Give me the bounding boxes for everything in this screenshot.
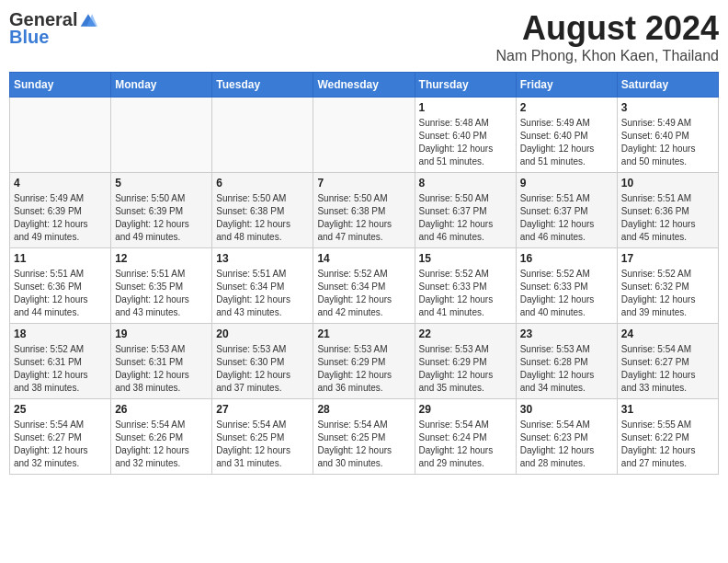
day-number: 19 [115, 327, 208, 340]
day-header-friday: Friday [516, 73, 617, 98]
day-info: Sunrise: 5:53 AM Sunset: 6:31 PM Dayligh… [115, 343, 208, 395]
day-info: Sunrise: 5:51 AM Sunset: 6:37 PM Dayligh… [520, 192, 613, 244]
calendar-cell: 10Sunrise: 5:51 AM Sunset: 6:36 PM Dayli… [617, 173, 718, 248]
calendar-cell: 9Sunrise: 5:51 AM Sunset: 6:37 PM Daylig… [516, 173, 617, 248]
day-info: Sunrise: 5:53 AM Sunset: 6:28 PM Dayligh… [520, 343, 613, 395]
calendar-week-row: 1Sunrise: 5:48 AM Sunset: 6:40 PM Daylig… [10, 98, 719, 173]
logo-blue: Blue [9, 27, 49, 48]
day-number: 30 [520, 403, 613, 416]
day-header-thursday: Thursday [415, 73, 516, 98]
calendar-week-row: 4Sunrise: 5:49 AM Sunset: 6:39 PM Daylig… [10, 173, 719, 248]
calendar-cell: 7Sunrise: 5:50 AM Sunset: 6:38 PM Daylig… [313, 173, 415, 248]
month-year: August 2024 [495, 9, 719, 48]
title-section: August 2024 Nam Phong, Khon Kaen, Thaila… [495, 9, 719, 64]
calendar-cell [313, 98, 415, 173]
calendar-cell: 21Sunrise: 5:53 AM Sunset: 6:29 PM Dayli… [313, 324, 415, 399]
calendar-cell: 5Sunrise: 5:50 AM Sunset: 6:39 PM Daylig… [111, 173, 212, 248]
day-number: 1 [419, 101, 512, 114]
calendar-cell: 29Sunrise: 5:54 AM Sunset: 6:24 PM Dayli… [415, 399, 516, 475]
day-info: Sunrise: 5:50 AM Sunset: 6:39 PM Dayligh… [115, 192, 208, 244]
day-info: Sunrise: 5:49 AM Sunset: 6:40 PM Dayligh… [621, 117, 714, 168]
day-info: Sunrise: 5:52 AM Sunset: 6:31 PM Dayligh… [14, 343, 107, 395]
day-info: Sunrise: 5:54 AM Sunset: 6:25 PM Dayligh… [216, 419, 309, 470]
day-header-wednesday: Wednesday [313, 73, 415, 98]
day-number: 2 [520, 101, 613, 114]
day-info: Sunrise: 5:52 AM Sunset: 6:33 PM Dayligh… [419, 268, 512, 319]
calendar-cell: 23Sunrise: 5:53 AM Sunset: 6:28 PM Dayli… [516, 324, 617, 399]
day-number: 7 [317, 177, 410, 190]
day-number: 21 [317, 327, 410, 340]
day-info: Sunrise: 5:51 AM Sunset: 6:36 PM Dayligh… [14, 268, 107, 319]
day-info: Sunrise: 5:54 AM Sunset: 6:24 PM Dayligh… [419, 419, 512, 470]
day-info: Sunrise: 5:55 AM Sunset: 6:22 PM Dayligh… [621, 419, 714, 470]
day-number: 8 [419, 177, 512, 190]
day-info: Sunrise: 5:52 AM Sunset: 6:33 PM Dayligh… [520, 268, 613, 319]
calendar-cell: 22Sunrise: 5:53 AM Sunset: 6:29 PM Dayli… [415, 324, 516, 399]
calendar-cell: 4Sunrise: 5:49 AM Sunset: 6:39 PM Daylig… [10, 173, 111, 248]
header: General Blue August 2024 Nam Phong, Khon… [9, 9, 719, 64]
day-number: 5 [115, 177, 208, 190]
calendar-cell: 6Sunrise: 5:50 AM Sunset: 6:38 PM Daylig… [212, 173, 313, 248]
day-info: Sunrise: 5:54 AM Sunset: 6:27 PM Dayligh… [14, 419, 107, 470]
day-info: Sunrise: 5:49 AM Sunset: 6:39 PM Dayligh… [14, 192, 107, 244]
calendar-week-row: 11Sunrise: 5:51 AM Sunset: 6:36 PM Dayli… [10, 248, 719, 324]
day-info: Sunrise: 5:50 AM Sunset: 6:37 PM Dayligh… [419, 192, 512, 244]
calendar-cell: 30Sunrise: 5:54 AM Sunset: 6:23 PM Dayli… [516, 399, 617, 475]
logo: General Blue [9, 9, 97, 48]
day-number: 24 [621, 327, 714, 340]
calendar-cell: 18Sunrise: 5:52 AM Sunset: 6:31 PM Dayli… [10, 324, 111, 399]
calendar-cell [111, 98, 212, 173]
calendar-cell [212, 98, 313, 173]
day-header-saturday: Saturday [617, 73, 718, 98]
calendar-cell: 19Sunrise: 5:53 AM Sunset: 6:31 PM Dayli… [111, 324, 212, 399]
day-info: Sunrise: 5:54 AM Sunset: 6:25 PM Dayligh… [317, 419, 410, 470]
logo-icon [79, 11, 97, 29]
calendar-cell: 25Sunrise: 5:54 AM Sunset: 6:27 PM Dayli… [10, 399, 111, 475]
day-info: Sunrise: 5:48 AM Sunset: 6:40 PM Dayligh… [419, 117, 512, 168]
day-header-sunday: Sunday [10, 73, 111, 98]
calendar-cell: 8Sunrise: 5:50 AM Sunset: 6:37 PM Daylig… [415, 173, 516, 248]
day-number: 15 [419, 252, 512, 265]
day-number: 29 [419, 403, 512, 416]
day-info: Sunrise: 5:54 AM Sunset: 6:26 PM Dayligh… [115, 419, 208, 470]
calendar-cell: 13Sunrise: 5:51 AM Sunset: 6:34 PM Dayli… [212, 248, 313, 324]
day-info: Sunrise: 5:52 AM Sunset: 6:34 PM Dayligh… [317, 268, 410, 319]
calendar-week-row: 18Sunrise: 5:52 AM Sunset: 6:31 PM Dayli… [10, 324, 719, 399]
calendar-week-row: 25Sunrise: 5:54 AM Sunset: 6:27 PM Dayli… [10, 399, 719, 475]
calendar-cell: 27Sunrise: 5:54 AM Sunset: 6:25 PM Dayli… [212, 399, 313, 475]
day-number: 3 [621, 101, 714, 114]
calendar-cell: 17Sunrise: 5:52 AM Sunset: 6:32 PM Dayli… [617, 248, 718, 324]
calendar-cell: 1Sunrise: 5:48 AM Sunset: 6:40 PM Daylig… [415, 98, 516, 173]
calendar-cell: 26Sunrise: 5:54 AM Sunset: 6:26 PM Dayli… [111, 399, 212, 475]
day-number: 9 [520, 177, 613, 190]
calendar-cell [10, 98, 111, 173]
day-number: 23 [520, 327, 613, 340]
calendar-cell: 12Sunrise: 5:51 AM Sunset: 6:35 PM Dayli… [111, 248, 212, 324]
day-number: 27 [216, 403, 309, 416]
day-number: 11 [14, 252, 107, 265]
calendar-cell: 14Sunrise: 5:52 AM Sunset: 6:34 PM Dayli… [313, 248, 415, 324]
calendar-cell: 16Sunrise: 5:52 AM Sunset: 6:33 PM Dayli… [516, 248, 617, 324]
calendar-cell: 15Sunrise: 5:52 AM Sunset: 6:33 PM Dayli… [415, 248, 516, 324]
day-number: 31 [621, 403, 714, 416]
calendar-cell: 3Sunrise: 5:49 AM Sunset: 6:40 PM Daylig… [617, 98, 718, 173]
day-info: Sunrise: 5:52 AM Sunset: 6:32 PM Dayligh… [621, 268, 714, 319]
day-header-monday: Monday [111, 73, 212, 98]
day-info: Sunrise: 5:53 AM Sunset: 6:29 PM Dayligh… [419, 343, 512, 395]
day-number: 12 [115, 252, 208, 265]
calendar-cell: 11Sunrise: 5:51 AM Sunset: 6:36 PM Dayli… [10, 248, 111, 324]
day-info: Sunrise: 5:50 AM Sunset: 6:38 PM Dayligh… [216, 192, 309, 244]
day-number: 28 [317, 403, 410, 416]
day-info: Sunrise: 5:53 AM Sunset: 6:29 PM Dayligh… [317, 343, 410, 395]
day-number: 16 [520, 252, 613, 265]
calendar-cell: 2Sunrise: 5:49 AM Sunset: 6:40 PM Daylig… [516, 98, 617, 173]
day-info: Sunrise: 5:54 AM Sunset: 6:27 PM Dayligh… [621, 343, 714, 395]
calendar: SundayMondayTuesdayWednesdayThursdayFrid… [9, 72, 719, 475]
day-number: 13 [216, 252, 309, 265]
day-number: 22 [419, 327, 512, 340]
day-number: 14 [317, 252, 410, 265]
day-info: Sunrise: 5:49 AM Sunset: 6:40 PM Dayligh… [520, 117, 613, 168]
day-number: 20 [216, 327, 309, 340]
calendar-cell: 28Sunrise: 5:54 AM Sunset: 6:25 PM Dayli… [313, 399, 415, 475]
calendar-header-row: SundayMondayTuesdayWednesdayThursdayFrid… [10, 73, 719, 98]
